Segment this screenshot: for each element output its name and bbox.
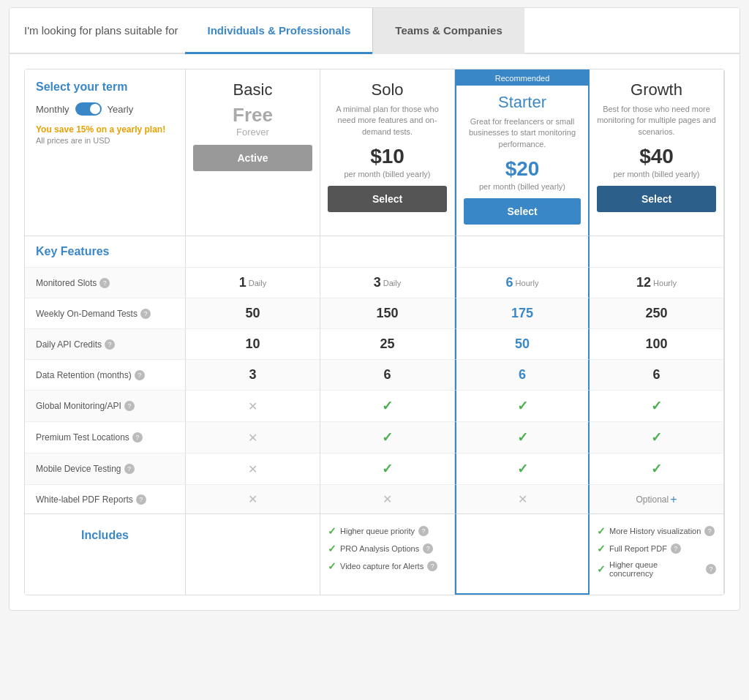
feature-num: 50 (515, 336, 530, 352)
help-icon[interactable]: ? (418, 526, 429, 536)
feature-cell-3-1: 6 (320, 359, 455, 390)
pricing-grid: Select your term Monthly Yearly You save… (24, 69, 725, 595)
tab-individuals[interactable]: Individuals & Professionals (185, 8, 372, 54)
help-icon[interactable]: ? (105, 339, 115, 350)
feature-label-6: Mobile Device Testing? (25, 453, 186, 484)
includes-item: ✓Full Report PDF? (597, 543, 716, 554)
includes-cell-starter (455, 513, 590, 595)
feature-num: 6 (652, 367, 660, 383)
feature-num: 6 (506, 275, 513, 290)
feature-cell-3-0: 3 (186, 359, 320, 390)
feature-cell-4-0: ✕ (186, 390, 320, 421)
starter-button[interactable]: Select (464, 198, 581, 225)
feature-num: 25 (380, 336, 394, 352)
cross-icon: ✕ (518, 492, 527, 506)
check-icon: ✓ (651, 461, 662, 477)
feature-num: 12 (636, 275, 651, 290)
feature-num: 100 (645, 336, 667, 352)
check-icon: ✓ (597, 525, 606, 537)
includes-label: Includes (25, 513, 186, 595)
plan-price-sub-basic: Forever (193, 127, 312, 138)
header-section: I'm looking for plans suitable for Indiv… (10, 8, 739, 54)
help-icon[interactable]: ? (124, 464, 135, 474)
feature-num: 150 (376, 306, 398, 321)
help-icon[interactable]: ? (124, 401, 135, 411)
feature-cell-0-1: 3Daily (320, 267, 455, 298)
plan-header-solo: Solo A minimal plan for those who need m… (320, 69, 455, 236)
help-icon[interactable]: ? (427, 561, 437, 571)
plan-name-growth: Growth (597, 80, 716, 99)
feature-cell-5-1: ✓ (320, 421, 455, 453)
help-icon[interactable]: ? (706, 564, 716, 574)
tab-teams[interactable]: Teams & Companies (372, 8, 524, 54)
recommended-badge: Recommended (455, 71, 590, 86)
includes-item-text: More History visualization (609, 527, 701, 535)
help-icon[interactable]: ? (423, 543, 433, 554)
help-icon[interactable]: ? (132, 432, 143, 443)
feature-cell-6-1: ✓ (320, 453, 455, 484)
feature-cell-1-3: 250 (590, 298, 724, 328)
cross-icon: ✕ (248, 431, 257, 445)
feature-cell-5-2: ✓ (455, 421, 590, 453)
feature-cell-6-2: ✓ (455, 453, 590, 484)
check-icon: ✓ (517, 461, 528, 477)
plan-price-solo: $10 (328, 145, 447, 168)
check-icon: ✓ (328, 525, 336, 537)
billing-toggle[interactable] (75, 102, 102, 116)
feature-cell-0-0: 1Daily (186, 267, 320, 298)
feature-label-5: Premium Test Locations? (25, 421, 186, 453)
includes-empty-basic (186, 513, 320, 595)
includes-item-text: Higher queue concurrency (609, 560, 702, 578)
feature-cell-5-0: ✕ (186, 421, 320, 453)
solo-button[interactable]: Select (328, 186, 447, 212)
includes-item-text: Video capture for Alerts (340, 562, 424, 571)
feature-label-3: Data Retention (months)? (25, 359, 186, 390)
feature-num: 6 (519, 367, 526, 383)
feature-cell-3-3: 6 (590, 359, 724, 390)
savings-note: You save 15% on a yearly plan! (36, 124, 174, 135)
feature-cell-7-0: ✕ (186, 484, 320, 513)
help-icon[interactable]: ? (99, 278, 110, 288)
growth-button[interactable]: Select (597, 186, 716, 212)
tab-group: Individuals & Professionals Teams & Comp… (185, 8, 524, 53)
help-icon[interactable]: ? (135, 370, 145, 380)
help-icon[interactable]: ? (671, 543, 681, 554)
plan-price-starter: $20 (464, 157, 581, 181)
basic-button[interactable]: Active (193, 145, 312, 171)
check-icon: ✓ (382, 398, 393, 414)
feature-cell-7-2: ✕ (455, 484, 590, 513)
toggle-row: Monthly Yearly (36, 102, 174, 116)
feature-label-0: Monitored Slots? (25, 267, 186, 298)
feature-cell-2-0: 10 (186, 328, 320, 359)
monthly-label: Monthly (36, 104, 69, 115)
help-icon[interactable]: ? (704, 526, 715, 536)
feature-num: 3 (374, 275, 381, 290)
plan-name-solo: Solo (328, 80, 447, 99)
plus-icon[interactable]: + (670, 493, 677, 506)
header-label: I'm looking for plans suitable for (24, 8, 178, 53)
cross-icon: ✕ (248, 492, 257, 506)
plan-header-basic: Basic Free Forever Active (186, 69, 320, 236)
includes-cell-solo: ✓Higher queue priority?✓PRO Analysis Opt… (320, 513, 455, 595)
check-icon: ✓ (651, 398, 662, 414)
feature-cell-5-3: ✓ (590, 421, 724, 453)
feature-num: 50 (245, 306, 260, 321)
plan-desc-starter: Great for freelancers or small businesse… (464, 116, 581, 150)
help-icon[interactable]: ? (140, 309, 151, 319)
includes-item-text: Higher queue priority (340, 527, 415, 535)
main-content: Select your term Monthly Yearly You save… (10, 54, 739, 610)
feature-cell-4-2: ✓ (455, 390, 590, 421)
includes-item: ✓Higher queue priority? (328, 525, 447, 537)
help-icon[interactable]: ? (136, 494, 146, 505)
includes-item-text: PRO Analysis Options (340, 544, 419, 553)
check-icon: ✓ (597, 543, 606, 554)
includes-item: ✓More History visualization? (597, 525, 716, 537)
optional-text: Optional (636, 494, 669, 505)
feature-freq: Daily (383, 279, 401, 287)
check-icon: ✓ (328, 560, 336, 572)
check-icon: ✓ (517, 398, 528, 414)
term-column: Select your term Monthly Yearly You save… (25, 69, 186, 236)
check-icon: ✓ (382, 429, 393, 445)
feature-label-1: Weekly On-Demand Tests? (25, 298, 186, 328)
features-empty-basic (186, 236, 320, 267)
